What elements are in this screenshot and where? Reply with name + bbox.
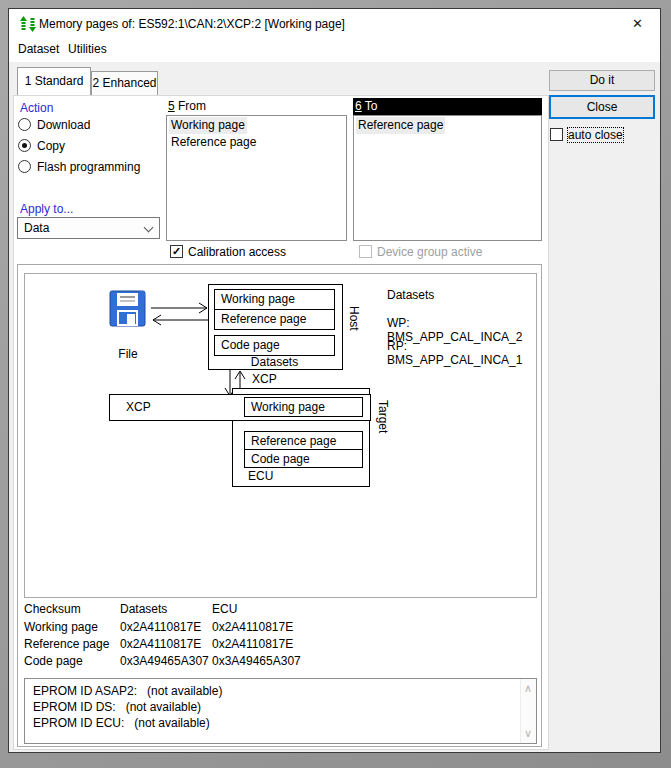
from-list-header[interactable]: 5 From	[166, 98, 347, 115]
checksum-code-label: Code page	[24, 654, 120, 668]
eprom-ecu-line: EPROM ID ECU:(not available)	[33, 716, 210, 732]
checkbox-label-calibration: Calibration access	[188, 245, 286, 259]
eprom-ds-label: EPROM ID DS:	[33, 700, 116, 714]
memory-pages-icon	[20, 16, 36, 32]
target-side-label: Target	[376, 400, 390, 433]
target-reference-page-box: Reference page	[244, 431, 363, 450]
checksum-code-datasets: 0x3A49465A307	[120, 654, 212, 668]
xcp-link-label: XCP	[252, 372, 277, 386]
apply-to-value: Data	[24, 221, 49, 235]
file-label: File	[99, 347, 157, 361]
list-item-working-page[interactable]: Working page	[169, 117, 247, 134]
eprom-ecu-label: EPROM ID ECU:	[33, 716, 124, 730]
checkbox-device-group-active: Device group active	[359, 244, 482, 259]
checksum-reference-label: Reference page	[24, 637, 120, 651]
eprom-ds-value: (not available)	[126, 700, 201, 714]
host-working-page-label: Working page	[221, 292, 295, 306]
eprom-asap2-label: EPROM ID ASAP2:	[33, 684, 137, 698]
apply-to-dropdown[interactable]: Data	[17, 217, 160, 239]
xcp-band-label: XCP	[126, 400, 151, 414]
to-listbox[interactable]: Reference page	[353, 115, 542, 241]
arrow-right-icon	[151, 302, 209, 314]
from-accel: 5	[168, 99, 175, 113]
radio-label-download: Download	[37, 118, 90, 132]
do-it-button[interactable]: Do it	[549, 70, 655, 91]
target-working-page-label: Working page	[251, 400, 325, 414]
checkbox-label-device-group: Device group active	[377, 245, 482, 259]
memory-pages-dialog: Memory pages of: ES592:1\CAN:2\XCP:2 [Wo…	[8, 8, 661, 753]
close-button[interactable]: Close	[549, 95, 655, 119]
host-box-caption: Datasets	[209, 355, 340, 369]
host-working-page-box: Working page	[214, 289, 335, 310]
from-listbox[interactable]: Working page Reference page	[166, 115, 347, 241]
target-code-page-label: Code page	[251, 452, 310, 466]
screenshot-stage: Memory pages of: ES592:1\CAN:2\XCP:2 [Wo…	[0, 0, 671, 768]
eprom-ecu-value: (not available)	[134, 716, 209, 730]
checkbox-calibration-access[interactable]: ✓ Calibration access	[170, 244, 286, 259]
checksum-code-ecu: 0x3A49465A307	[212, 654, 301, 668]
window-close-button[interactable]: ✕	[615, 9, 660, 38]
to-header-text: To	[362, 99, 378, 113]
radio-label-flash: Flash programming	[37, 160, 140, 174]
radio-circle-copy[interactable]	[18, 139, 31, 152]
menu-dataset[interactable]: Dataset	[18, 42, 59, 56]
list-item-reference-page[interactable]: Reference page	[169, 134, 258, 151]
tab-standard[interactable]: 1 Standard	[17, 67, 91, 95]
checksum-header-label: Checksum	[24, 602, 120, 616]
tab-enhanced[interactable]: 2 Enhanced	[91, 71, 158, 95]
radio-circle-flash[interactable]	[18, 160, 31, 173]
checksum-working-datasets: 0x2A4110817E	[120, 620, 212, 634]
checksum-reference-ecu: 0x2A4110817E	[212, 637, 293, 651]
action-group-label: Action	[20, 101, 53, 115]
window-title: Memory pages of: ES592:1\CAN:2\XCP:2 [Wo…	[39, 17, 345, 31]
checksum-header-ecu: ECU	[212, 602, 237, 616]
checksum-working-ecu: 0x2A4110817E	[212, 620, 293, 634]
memory-page-diagram: File Working page Reference page	[24, 273, 537, 598]
menu-utilities[interactable]: Utilities	[68, 42, 107, 56]
memory-page-info-panel: File Working page Reference page	[17, 264, 542, 747]
eprom-asap2-line: EPROM ID ASAP2:(not available)	[33, 684, 222, 700]
target-working-page-box: Working page	[244, 397, 363, 417]
checkbox-box-device-group	[359, 245, 372, 258]
to-accel: 6	[355, 99, 362, 113]
host-reference-page-box: Reference page	[214, 309, 335, 330]
eprom-asap2-value: (not available)	[147, 684, 222, 698]
radio-label-copy: Copy	[37, 139, 65, 153]
file-floppy-icon	[109, 290, 147, 328]
eprom-id-panel: EPROM ID ASAP2:(not available) EPROM ID …	[24, 678, 537, 744]
from-header-text: From	[175, 99, 206, 113]
target-code-page-box: Code page	[244, 449, 363, 468]
to-list-header[interactable]: 6 To	[353, 98, 542, 115]
radio-download[interactable]: Download	[18, 116, 90, 133]
scroll-up-icon[interactable]: ∧	[524, 684, 533, 693]
checksum-reference-datasets: 0x2A4110817E	[120, 637, 212, 651]
title-bar: Memory pages of: ES592:1\CAN:2\XCP:2 [Wo…	[9, 9, 660, 38]
checkbox-auto-close[interactable]: auto close	[550, 127, 623, 142]
checkbox-label-auto-close: auto close	[568, 128, 623, 142]
scroll-down-icon[interactable]: ∨	[524, 729, 533, 738]
eprom-ds-line: EPROM ID DS:(not available)	[33, 700, 201, 716]
checksum-row-code: Code page0x3A49465A3070x3A49465A307	[24, 654, 301, 671]
list-item-to-reference-page[interactable]: Reference page	[356, 117, 445, 134]
radio-copy[interactable]: Copy	[18, 137, 65, 154]
datasets-panel-title: Datasets	[387, 288, 434, 302]
tab-page-standard: Action Download Copy Flash programming A…	[13, 95, 549, 750]
datasets-rp-line: RP: BMS_APP_CAL_INCA_1	[387, 339, 536, 367]
radio-flash-programming[interactable]: Flash programming	[18, 158, 140, 175]
arrow-left-icon	[151, 314, 209, 326]
checksum-header-row: ChecksumDatasetsECU	[24, 602, 237, 619]
checksum-row-reference: Reference page0x2A4110817E0x2A4110817E	[24, 637, 293, 654]
host-datasets-box: Working page Reference page Code page Da…	[208, 284, 343, 370]
target-reference-page-label: Reference page	[251, 434, 336, 448]
checksum-row-working: Working page0x2A4110817E0x2A4110817E	[24, 620, 293, 637]
apply-to-label: Apply to...	[20, 202, 73, 216]
chevron-down-icon	[144, 223, 154, 233]
radio-circle-download[interactable]	[18, 118, 31, 131]
checksum-working-label: Working page	[24, 620, 120, 634]
checkbox-box-auto-close[interactable]	[550, 128, 563, 141]
menu-bar: Dataset Utilities	[9, 38, 660, 62]
checkbox-box-calibration[interactable]: ✓	[170, 245, 183, 258]
host-code-page-box: Code page	[214, 335, 335, 356]
eprom-scrollbar[interactable]: ∧ ∨	[520, 679, 536, 743]
host-side-label: Host	[347, 306, 361, 331]
